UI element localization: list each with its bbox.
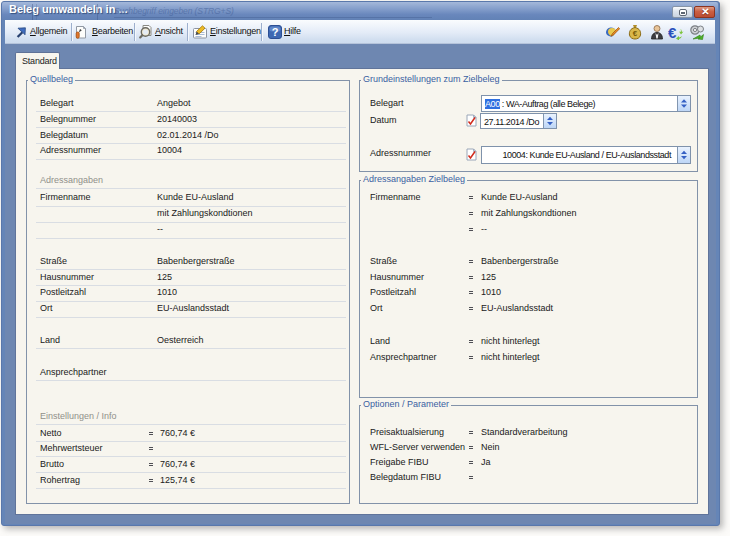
svg-text:?: ? — [272, 26, 279, 38]
svg-text:€: € — [668, 24, 677, 40]
svg-text:€: € — [633, 29, 638, 38]
